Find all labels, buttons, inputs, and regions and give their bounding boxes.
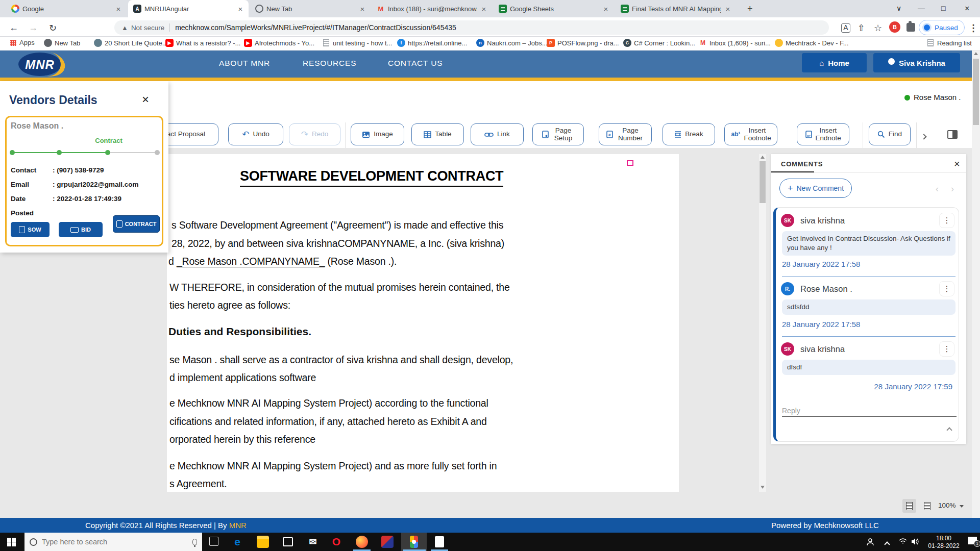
reload-icon[interactable]: ↻ — [49, 22, 57, 34]
window-maximize-button[interactable]: □ — [941, 4, 945, 12]
window-close-button[interactable]: × — [965, 4, 969, 13]
insert-endnote-button[interactable]: Insert Endnote — [797, 123, 849, 145]
extensions-puzzle-icon[interactable] — [906, 23, 915, 32]
scroll-down-icon[interactable] — [761, 486, 765, 489]
file-explorer-icon[interactable] — [251, 535, 275, 549]
bookmark-retail-online[interactable]: fhttps://retail.online... — [397, 39, 467, 47]
tab-close-icon[interactable]: × — [480, 5, 488, 13]
comment-menu-icon[interactable]: ⋮ — [939, 341, 954, 357]
table-button[interactable]: Table — [411, 123, 464, 145]
collapse-chevron-icon[interactable] — [947, 425, 951, 434]
redo-button[interactable]: ↷Redo — [289, 123, 340, 145]
tab-new-tab[interactable]: New Tab × — [250, 0, 371, 17]
scroll-up-icon[interactable] — [761, 156, 765, 159]
tab-close-icon[interactable]: × — [236, 5, 244, 13]
volume-icon[interactable] — [911, 538, 920, 547]
tab-close-icon[interactable]: × — [602, 5, 610, 13]
mnr-logo[interactable]: MNR — [15, 52, 64, 77]
notification-center-icon[interactable]: 1 — [968, 537, 977, 544]
nav-about-mnr[interactable]: ABOUT MNR — [219, 59, 270, 68]
toolbar-overflow-chevron[interactable] — [922, 132, 926, 141]
image-button[interactable]: Image — [351, 123, 404, 145]
document-scrollbar-thumb[interactable] — [760, 161, 766, 203]
tab-google[interactable]: Google × — [6, 0, 127, 17]
paused-extension-button[interactable]: Paused — [919, 20, 965, 35]
share-icon[interactable]: ⇧ — [857, 22, 865, 34]
translate-icon[interactable]: A — [841, 23, 850, 33]
chrome-icon[interactable] — [402, 535, 426, 549]
tab-google-sheets[interactable]: Google Sheets × — [494, 0, 614, 17]
firefox-icon[interactable] — [350, 535, 374, 549]
print-layout-view-button[interactable] — [902, 499, 916, 513]
microphone-icon[interactable] — [192, 539, 197, 545]
undo-button[interactable]: ↶Undo — [228, 123, 283, 145]
url-field[interactable]: ▲ Not secure mechknow.com/SampleWorks/MN… — [114, 20, 829, 35]
tab-close-icon[interactable]: × — [724, 5, 732, 13]
vendors-close-icon[interactable]: × — [142, 92, 149, 107]
scroll-up-icon[interactable] — [974, 52, 978, 55]
page-setup-button[interactable]: Page Setup — [532, 123, 584, 145]
bid-button[interactable]: BID — [59, 222, 103, 237]
tab-inbox[interactable]: M Inbox (188) - suri@mechknowso × — [372, 0, 492, 17]
bookmark-mechtrack[interactable]: Mechtrack - Dev - F... — [775, 39, 849, 47]
taskbar-clock[interactable]: 18:00 01-28-2022 — [922, 535, 966, 550]
edge-icon[interactable]: e — [226, 535, 249, 549]
bookmark-new-tab[interactable]: New Tab — [44, 39, 80, 47]
comment-menu-icon[interactable]: ⋮ — [939, 213, 954, 228]
back-icon[interactable]: ← — [9, 22, 18, 33]
side-panel-toggle-icon[interactable] — [947, 130, 958, 139]
comment-anchor-marker[interactable] — [627, 160, 633, 166]
photos-app-icon[interactable] — [376, 535, 399, 549]
comments-next-icon[interactable]: › — [951, 184, 954, 194]
bookmark-posflow[interactable]: PPOSFlow.png - dra... — [547, 39, 619, 47]
mail-icon[interactable]: ✉ — [301, 535, 325, 549]
bookmark-inbox[interactable]: MInbox (1,609) - suri... — [699, 39, 771, 47]
nav-resources[interactable]: RESOURCES — [303, 59, 356, 68]
bookmark-unit-testing[interactable]: unit testing - how t... — [322, 39, 392, 47]
bookmark-star-icon[interactable]: ☆ — [874, 22, 882, 34]
tab-close-icon[interactable]: × — [114, 5, 122, 13]
bookmark-afrotechmods[interactable]: ▶Afrotechmods - Yo... — [244, 39, 314, 47]
bookmark-csharp-corner[interactable]: CC# Corner : Lookin... — [623, 39, 695, 47]
start-button[interactable] — [7, 538, 16, 546]
tab-mnruiangular[interactable]: A MNRUIAngular × — [128, 0, 249, 17]
bookmark-apps[interactable]: Apps — [10, 39, 35, 46]
extension-red-icon[interactable]: B — [889, 21, 900, 33]
new-comment-button[interactable]: + New Comment — [779, 179, 852, 198]
link-button[interactable]: Link — [471, 123, 524, 145]
window-minimize-button[interactable]: — — [918, 4, 925, 12]
page-number-button[interactable]: # Page Number — [599, 123, 652, 145]
sow-button[interactable]: SOW — [11, 222, 50, 237]
user-button[interactable]: Siva Krishna — [873, 53, 960, 72]
bookmark-naukri[interactable]: nNaukri.com – Jobs... — [476, 39, 548, 47]
zoom-dropdown-icon[interactable] — [960, 505, 964, 508]
comments-prev-icon[interactable]: ‹ — [936, 184, 939, 194]
find-button[interactable]: Find — [869, 123, 911, 145]
store-icon[interactable] — [276, 535, 300, 549]
new-tab-button[interactable]: + — [747, 4, 753, 14]
calculator-icon[interactable] — [428, 535, 451, 549]
browser-scrollbar-thumb[interactable] — [973, 59, 979, 125]
tab-close-icon[interactable]: × — [358, 5, 366, 13]
tray-expand-chevron-icon[interactable] — [885, 540, 889, 548]
nav-contact-us[interactable]: CONTACT US — [388, 59, 443, 68]
wifi-icon[interactable] — [898, 538, 908, 546]
taskbar-search-input[interactable] — [42, 538, 188, 546]
insert-footnote-button[interactable]: ab¹ Insert Footnote — [724, 123, 777, 145]
tab-final-tests[interactable]: Final Tests of MNR AI Mapping S × — [616, 0, 736, 17]
reply-input[interactable] — [782, 405, 957, 417]
reading-list-button[interactable]: Reading list — [926, 39, 972, 47]
comments-close-icon[interactable]: × — [954, 158, 960, 170]
forward-icon[interactable]: → — [29, 22, 38, 33]
people-icon[interactable] — [866, 538, 874, 548]
taskbar-search[interactable] — [24, 533, 202, 551]
task-view-button[interactable] — [209, 537, 218, 546]
contract-button[interactable]: CONTRACT — [113, 215, 160, 233]
break-button[interactable]: Break — [663, 123, 715, 145]
tab-search-chevron-icon[interactable]: ∨ — [896, 4, 901, 12]
browser-menu-icon[interactable]: ⋮ — [969, 22, 978, 34]
comment-menu-icon[interactable]: ⋮ — [939, 281, 954, 296]
zoom-level[interactable]: 100% — [938, 502, 956, 509]
bookmark-resistor[interactable]: ▶What is a resistor? -... — [165, 39, 240, 47]
bookmark-quotes[interactable]: 20 Short Life Quote... — [94, 39, 168, 47]
